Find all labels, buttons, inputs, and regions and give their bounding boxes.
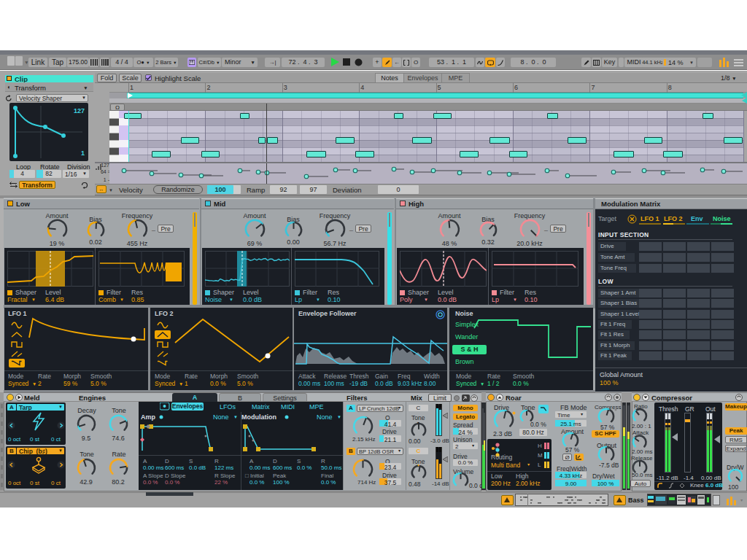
svg-text:1: 1 <box>81 149 85 157</box>
svg-text:127: 127 <box>74 107 85 114</box>
